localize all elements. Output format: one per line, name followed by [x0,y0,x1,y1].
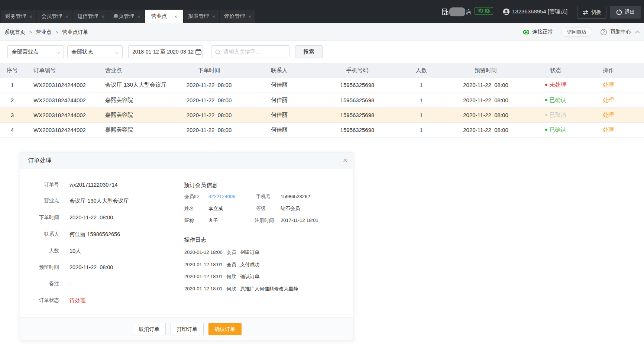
svg-text:?: ? [603,30,605,34]
